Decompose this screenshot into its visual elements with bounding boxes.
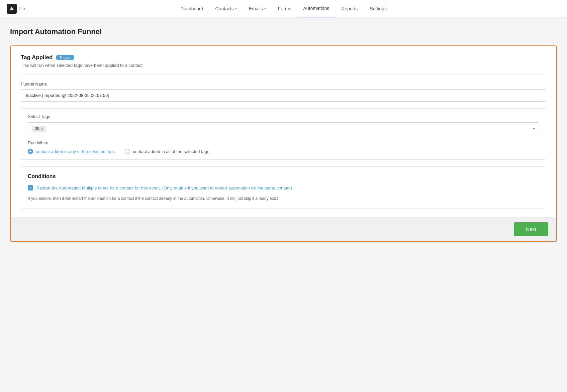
- tag-chip-39: 39 ✕: [32, 126, 46, 132]
- tag-remove-icon[interactable]: ✕: [40, 127, 43, 131]
- emails-chevron-icon: ▾: [264, 7, 266, 10]
- run-when-label: Run When: [28, 140, 539, 145]
- nav-label-automations: Automations: [303, 6, 329, 11]
- nav-label-dashboard: Dashboard: [180, 6, 203, 11]
- trigger-description: This will run when selected tags have be…: [21, 63, 546, 68]
- radio-group: contact added in any of the selected tag…: [28, 149, 539, 154]
- nav-item-dashboard[interactable]: Dashboard: [174, 0, 209, 17]
- radio-circle-any[interactable]: [28, 149, 33, 154]
- trigger-header: Tag Applied Trigger: [21, 54, 546, 61]
- checkbox-row: Restart the Automation Multiple times fo…: [28, 185, 539, 191]
- radio-label-all: contact added in all of the selected tag…: [133, 149, 209, 154]
- tag-chip-value: 39: [35, 126, 39, 131]
- nav-label-contacts: Contacts: [215, 6, 234, 11]
- radio-option-any[interactable]: contact added in any of the selected tag…: [28, 149, 115, 154]
- nav-item-settings[interactable]: Settings: [364, 0, 393, 17]
- radio-label-any: contact added in any of the selected tag…: [36, 149, 115, 154]
- select-tags-label: Select Tags: [28, 114, 539, 119]
- trigger-title: Tag Applied: [21, 54, 53, 61]
- tags-dropdown-left: 39 ✕: [32, 126, 46, 132]
- restart-automation-checkbox[interactable]: [28, 185, 33, 190]
- contacts-chevron-icon: ▾: [235, 7, 237, 10]
- dropdown-chevron-icon: ▾: [533, 126, 535, 131]
- select-tags-box: Select Tags 39 ✕ ▾ Run When conta: [21, 108, 546, 160]
- nav-label-settings: Settings: [370, 6, 387, 11]
- logo-icon: [7, 4, 17, 14]
- nav-label-reports: Reports: [341, 6, 358, 11]
- funnel-name-input[interactable]: [21, 89, 546, 102]
- radio-option-all[interactable]: contact added in all of the selected tag…: [125, 149, 209, 154]
- conditions-note: If you enable, then it will restart the …: [28, 195, 539, 202]
- divider-1: [21, 75, 546, 75]
- card-body: Tag Applied Trigger This will run when s…: [11, 46, 556, 217]
- radio-circle-all[interactable]: [125, 149, 130, 154]
- logo[interactable]: Pro: [7, 4, 25, 14]
- nav-label-forms: Forms: [278, 6, 291, 11]
- nav-item-emails[interactable]: Emails ▾: [243, 0, 272, 17]
- nav-item-reports[interactable]: Reports: [335, 0, 364, 17]
- nav-item-contacts[interactable]: Contacts ▾: [209, 0, 243, 17]
- conditions-title: Conditions: [28, 173, 539, 179]
- funnel-name-label: Funnel Name: [21, 82, 546, 87]
- nav-label-emails: Emails: [249, 6, 263, 11]
- trigger-badge: Trigger: [56, 55, 74, 60]
- logo-pro-text: Pro: [19, 6, 25, 11]
- conditions-box: Conditions Restart the Automation Multip…: [21, 166, 546, 209]
- card-footer: Next: [11, 217, 556, 241]
- nav-item-automations[interactable]: Automations: [297, 0, 335, 17]
- tags-dropdown[interactable]: 39 ✕ ▾: [28, 122, 539, 135]
- main-card: Tag Applied Trigger This will run when s…: [10, 45, 557, 242]
- next-button[interactable]: Next: [514, 222, 548, 236]
- nav-links: Dashboard Contacts ▾ Emails ▾ Forms Auto…: [174, 0, 393, 17]
- restart-automation-label: Restart the Automation Multiple times fo…: [36, 185, 292, 191]
- page-content: Import Automation Funnel Tag Applied Tri…: [0, 17, 567, 252]
- topnav: Pro Dashboard Contacts ▾ Emails ▾ Forms …: [0, 0, 567, 17]
- nav-item-forms[interactable]: Forms: [272, 0, 297, 17]
- page-title: Import Automation Funnel: [10, 27, 557, 36]
